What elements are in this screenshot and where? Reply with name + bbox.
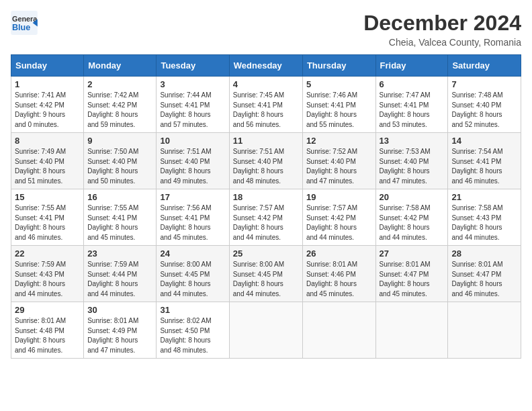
day-info: Sunrise: 8:01 AMSunset: 4:49 PMDaylight:… <box>87 316 152 355</box>
day-number: 3 <box>160 79 225 89</box>
day-info: Sunrise: 7:48 AMSunset: 4:40 PMDaylight:… <box>451 91 517 130</box>
day-number: 22 <box>15 248 80 259</box>
table-row: 12Sunrise: 7:52 AMSunset: 4:40 PMDayligh… <box>302 133 375 189</box>
day-info: Sunrise: 7:47 AMSunset: 4:41 PMDaylight:… <box>380 91 445 130</box>
table-row: 7Sunrise: 7:48 AMSunset: 4:40 PMDaylight… <box>448 77 521 133</box>
col-tuesday: Tuesday <box>157 55 229 77</box>
table-row: 21Sunrise: 7:58 AMSunset: 4:43 PMDayligh… <box>448 189 521 246</box>
calendar-week-row: 1Sunrise: 7:41 AMSunset: 4:42 PMDaylight… <box>11 77 521 133</box>
table-row: 2Sunrise: 7:42 AMSunset: 4:42 PMDaylight… <box>84 77 157 133</box>
table-row: 13Sunrise: 7:53 AMSunset: 4:40 PMDayligh… <box>375 133 448 189</box>
subtitle: Cheia, Valcea County, Romania <box>363 37 521 48</box>
day-number: 10 <box>160 136 225 146</box>
day-number: 2 <box>87 79 152 89</box>
day-number: 7 <box>451 79 517 89</box>
title-section: December 2024 Cheia, Valcea County, Roma… <box>363 11 521 48</box>
calendar-header-row: Sunday Monday Tuesday Wednesday Thursday… <box>11 55 521 77</box>
day-info: Sunrise: 8:02 AMSunset: 4:50 PMDaylight:… <box>160 316 225 355</box>
day-info: Sunrise: 8:01 AMSunset: 4:47 PMDaylight:… <box>451 260 517 299</box>
day-number: 21 <box>451 192 517 202</box>
day-info: Sunrise: 8:01 AMSunset: 4:47 PMDaylight:… <box>380 260 445 299</box>
col-sunday: Sunday <box>11 55 84 77</box>
day-number: 23 <box>87 248 152 259</box>
table-row: 6Sunrise: 7:47 AMSunset: 4:41 PMDaylight… <box>375 77 448 133</box>
logo: General Blue <box>11 11 42 35</box>
day-number: 16 <box>87 192 152 202</box>
day-info: Sunrise: 7:51 AMSunset: 4:40 PMDaylight:… <box>233 147 299 186</box>
table-row: 5Sunrise: 7:46 AMSunset: 4:41 PMDaylight… <box>302 77 375 133</box>
day-number: 28 <box>451 248 517 259</box>
day-number: 15 <box>15 192 80 202</box>
day-number: 19 <box>306 192 372 202</box>
day-number: 12 <box>306 136 372 146</box>
day-number: 24 <box>160 248 225 259</box>
day-info: Sunrise: 7:45 AMSunset: 4:41 PMDaylight:… <box>233 91 299 130</box>
day-info: Sunrise: 7:54 AMSunset: 4:41 PMDaylight:… <box>451 147 517 186</box>
calendar-week-row: 8Sunrise: 7:49 AMSunset: 4:40 PMDaylight… <box>11 133 521 189</box>
day-number: 5 <box>306 79 372 89</box>
day-info: Sunrise: 7:59 AMSunset: 4:43 PMDaylight:… <box>15 260 80 299</box>
day-info: Sunrise: 7:49 AMSunset: 4:40 PMDaylight:… <box>15 147 80 186</box>
logo-icon: General Blue <box>11 11 38 35</box>
table-row: 27Sunrise: 8:01 AMSunset: 4:47 PMDayligh… <box>375 246 448 302</box>
svg-text:General: General <box>12 15 38 23</box>
day-number: 14 <box>451 136 517 146</box>
table-row: 23Sunrise: 7:59 AMSunset: 4:44 PMDayligh… <box>84 246 157 302</box>
table-row: 28Sunrise: 8:01 AMSunset: 4:47 PMDayligh… <box>448 246 521 302</box>
table-row: 14Sunrise: 7:54 AMSunset: 4:41 PMDayligh… <box>448 133 521 189</box>
table-row: 24Sunrise: 8:00 AMSunset: 4:45 PMDayligh… <box>157 246 229 302</box>
day-info: Sunrise: 7:50 AMSunset: 4:40 PMDaylight:… <box>87 147 152 186</box>
day-number: 11 <box>233 136 299 146</box>
day-info: Sunrise: 7:41 AMSunset: 4:42 PMDaylight:… <box>15 91 80 130</box>
day-number: 1 <box>15 79 80 89</box>
table-row: 15Sunrise: 7:55 AMSunset: 4:41 PMDayligh… <box>11 189 84 246</box>
col-wednesday: Wednesday <box>229 55 302 77</box>
day-number: 31 <box>160 305 225 315</box>
table-row: 19Sunrise: 7:57 AMSunset: 4:42 PMDayligh… <box>302 189 375 246</box>
table-row: 10Sunrise: 7:51 AMSunset: 4:40 PMDayligh… <box>157 133 229 189</box>
day-info: Sunrise: 7:44 AMSunset: 4:41 PMDaylight:… <box>160 91 225 130</box>
table-row: 25Sunrise: 8:00 AMSunset: 4:45 PMDayligh… <box>229 246 302 302</box>
day-info: Sunrise: 7:56 AMSunset: 4:41 PMDaylight:… <box>160 203 225 242</box>
col-friday: Friday <box>375 55 448 77</box>
day-number: 20 <box>380 192 445 202</box>
day-info: Sunrise: 8:01 AMSunset: 4:48 PMDaylight:… <box>15 316 80 355</box>
day-number: 29 <box>15 305 80 315</box>
main-title: December 2024 <box>363 11 521 36</box>
day-info: Sunrise: 8:00 AMSunset: 4:45 PMDaylight:… <box>233 260 299 299</box>
day-info: Sunrise: 7:52 AMSunset: 4:40 PMDaylight:… <box>306 147 372 186</box>
table-row: 4Sunrise: 7:45 AMSunset: 4:41 PMDaylight… <box>229 77 302 133</box>
day-info: Sunrise: 7:51 AMSunset: 4:40 PMDaylight:… <box>160 147 225 186</box>
day-info: Sunrise: 8:00 AMSunset: 4:45 PMDaylight:… <box>160 260 225 299</box>
table-row: 29Sunrise: 8:01 AMSunset: 4:48 PMDayligh… <box>11 302 84 359</box>
day-number: 26 <box>306 248 372 259</box>
table-row: 9Sunrise: 7:50 AMSunset: 4:40 PMDaylight… <box>84 133 157 189</box>
day-number: 8 <box>15 136 80 146</box>
table-row: 18Sunrise: 7:57 AMSunset: 4:42 PMDayligh… <box>229 189 302 246</box>
day-info: Sunrise: 7:57 AMSunset: 4:42 PMDaylight:… <box>306 203 372 242</box>
calendar-week-row: 22Sunrise: 7:59 AMSunset: 4:43 PMDayligh… <box>11 246 521 302</box>
col-saturday: Saturday <box>448 55 521 77</box>
table-row <box>229 302 302 359</box>
table-row: 3Sunrise: 7:44 AMSunset: 4:41 PMDaylight… <box>157 77 229 133</box>
day-info: Sunrise: 7:57 AMSunset: 4:42 PMDaylight:… <box>233 203 299 242</box>
calendar-week-row: 29Sunrise: 8:01 AMSunset: 4:48 PMDayligh… <box>11 302 521 359</box>
day-number: 9 <box>87 136 152 146</box>
table-row: 30Sunrise: 8:01 AMSunset: 4:49 PMDayligh… <box>84 302 157 359</box>
table-row: 22Sunrise: 7:59 AMSunset: 4:43 PMDayligh… <box>11 246 84 302</box>
table-row: 16Sunrise: 7:55 AMSunset: 4:41 PMDayligh… <box>84 189 157 246</box>
day-info: Sunrise: 7:55 AMSunset: 4:41 PMDaylight:… <box>15 203 80 242</box>
day-number: 30 <box>87 305 152 315</box>
table-row <box>302 302 375 359</box>
day-info: Sunrise: 7:53 AMSunset: 4:40 PMDaylight:… <box>380 147 445 186</box>
day-number: 13 <box>380 136 445 146</box>
calendar-week-row: 15Sunrise: 7:55 AMSunset: 4:41 PMDayligh… <box>11 189 521 246</box>
day-info: Sunrise: 7:58 AMSunset: 4:43 PMDaylight:… <box>451 203 517 242</box>
day-number: 17 <box>160 192 225 202</box>
table-row: 8Sunrise: 7:49 AMSunset: 4:40 PMDaylight… <box>11 133 84 189</box>
day-info: Sunrise: 7:59 AMSunset: 4:44 PMDaylight:… <box>87 260 152 299</box>
table-row: 11Sunrise: 7:51 AMSunset: 4:40 PMDayligh… <box>229 133 302 189</box>
day-number: 27 <box>380 248 445 259</box>
svg-text:Blue: Blue <box>12 23 30 32</box>
day-number: 6 <box>380 79 445 89</box>
